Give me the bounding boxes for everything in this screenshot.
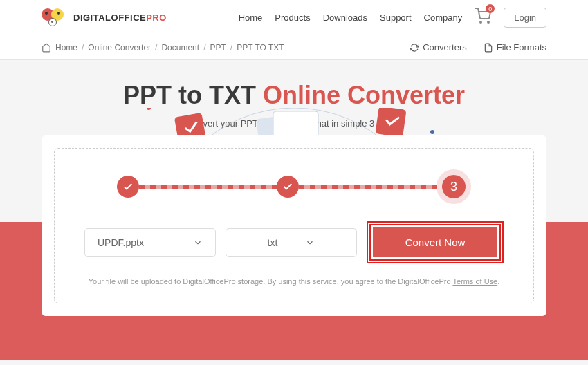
svg-point-10 xyxy=(430,130,434,134)
format-select-value: txt xyxy=(268,237,278,248)
converter-card: 3 UPDF.pptx txt Convert Now Your xyxy=(42,135,546,316)
step-indicator: 3 xyxy=(75,162,513,221)
file-select[interactable]: UPDF.pptx xyxy=(84,228,216,257)
breadcrumb: Home / Online Converter / Document / PPT… xyxy=(42,43,284,53)
nav-home[interactable]: Home xyxy=(239,12,263,23)
chevron-down-icon xyxy=(305,238,315,247)
controls-row: UPDF.pptx txt Convert Now xyxy=(75,221,513,263)
breadcrumb-item[interactable]: Online Converter xyxy=(88,43,151,53)
svg-point-0 xyxy=(480,21,481,23)
step-3-active: 3 xyxy=(437,169,471,204)
breadcrumb-item[interactable]: Document xyxy=(161,43,199,53)
file-select-value: UPDF.pptx xyxy=(98,237,144,248)
nav-downloads[interactable]: Downloads xyxy=(323,12,367,23)
converters-link[interactable]: Converters xyxy=(410,42,467,53)
format-select[interactable]: txt xyxy=(226,228,357,257)
convert-highlight: Convert Now xyxy=(367,221,504,263)
step-connector xyxy=(139,185,277,189)
logo-text: DIGITALOFFICEPRO xyxy=(73,12,167,23)
svg-point-1 xyxy=(488,21,489,23)
check-icon xyxy=(122,181,134,192)
main-nav: Home Products Downloads Support Company … xyxy=(239,8,546,28)
home-icon xyxy=(42,43,51,53)
breadcrumb-home[interactable]: Home xyxy=(55,43,77,53)
step-2-done xyxy=(277,176,299,198)
step-connector xyxy=(299,185,437,189)
subheader: Home / Online Converter / Document / PPT… xyxy=(0,35,588,60)
step-1-done xyxy=(117,176,139,198)
breadcrumb-item[interactable]: PPT xyxy=(210,43,226,53)
page-title: PPT to TXT Online Converter xyxy=(0,81,588,110)
header: DIGITALOFFICEPRO Home Products Downloads… xyxy=(0,0,588,35)
hero: PPT to TXT Online Converter Convert your… xyxy=(0,60,588,135)
file-icon xyxy=(484,43,493,53)
cart-badge: 0 xyxy=(486,4,495,13)
chevron-down-icon xyxy=(193,238,203,247)
breadcrumb-current: PPT TO TXT xyxy=(237,43,284,53)
disclaimer: Your file will be uploaded to DigitalOff… xyxy=(75,277,513,286)
login-button[interactable]: Login xyxy=(504,8,546,28)
logo-icon xyxy=(42,7,69,28)
nav-support[interactable]: Support xyxy=(380,12,412,23)
refresh-icon xyxy=(410,43,419,53)
main-content: 3 UPDF.pptx txt Convert Now Your xyxy=(0,135,588,316)
toolbar-links: Converters File Formats xyxy=(410,42,546,53)
nav-products[interactable]: Products xyxy=(275,12,310,23)
check-icon xyxy=(282,181,293,192)
formats-label: File Formats xyxy=(497,42,546,53)
nav-company[interactable]: Company xyxy=(424,12,463,23)
terms-link[interactable]: Terms of Use xyxy=(452,277,497,286)
cart-button[interactable]: 0 xyxy=(475,8,491,27)
converters-label: Converters xyxy=(423,42,467,53)
convert-button[interactable]: Convert Now xyxy=(373,227,497,257)
svg-point-8 xyxy=(147,108,151,110)
upload-zone: 3 UPDF.pptx txt Convert Now Your xyxy=(54,148,534,303)
logo[interactable]: DIGITALOFFICEPRO xyxy=(42,7,167,28)
file-formats-link[interactable]: File Formats xyxy=(484,42,546,53)
